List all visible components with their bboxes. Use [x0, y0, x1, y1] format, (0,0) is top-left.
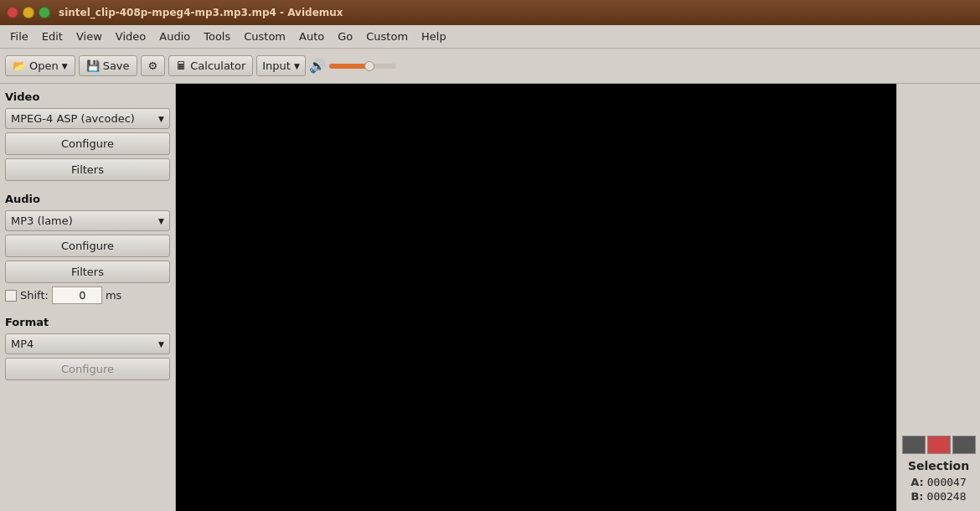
audio-configure-button[interactable]: Configure	[5, 235, 170, 257]
menu-audio[interactable]: Audio	[152, 28, 197, 45]
calculator-icon: 🖩	[176, 59, 187, 72]
menu-tools[interactable]: Tools	[197, 28, 237, 45]
format-chevron-icon: ▼	[158, 340, 164, 348]
selection-a-label: A:	[910, 476, 924, 488]
audio-codec-dropdown[interactable]: MP3 (lame) ▼	[5, 210, 170, 231]
shift-unit: ms	[106, 289, 121, 302]
video-codec-chevron-icon: ▼	[158, 115, 164, 123]
selection-b-label: B:	[910, 490, 923, 503]
input-chevron-icon: ▼	[294, 62, 300, 70]
thumb-1	[902, 436, 926, 454]
video-filters-button[interactable]: Filters	[5, 158, 170, 181]
menu-custom2[interactable]: Custom	[359, 28, 415, 45]
audio-filters-button[interactable]: Filters	[5, 261, 170, 283]
menu-edit[interactable]: Edit	[35, 28, 70, 45]
format-configure-button[interactable]: Configure	[5, 358, 170, 380]
titlebar: sintel_clip-408p-mpeg4-mp3.mp3.mp4 - Avi…	[0, 0, 980, 25]
video-codec-value: MPEG-4 ASP (avcodec)	[11, 112, 135, 125]
open-dropdown-icon[interactable]: ▼	[62, 62, 68, 70]
video-configure-button[interactable]: Configure	[5, 132, 170, 155]
menu-view[interactable]: View	[70, 28, 109, 45]
main-layout: Video MPEG-4 ASP (avcodec) ▼ Configure F…	[0, 84, 980, 511]
selection-title: Selection	[908, 459, 969, 472]
toolbar: 📂 Open ▼ 💾 Save ⚙ 🖩 Calculator Input ▼ 🔊	[0, 49, 980, 84]
selection-b-row: B: 000248	[910, 490, 966, 503]
calculator-button[interactable]: 🖩 Calculator	[168, 55, 253, 76]
open-button[interactable]: 📂 Open ▼	[5, 55, 75, 76]
input-label: Input	[262, 59, 291, 72]
audio-codec-chevron-icon: ▼	[158, 217, 164, 225]
window-title: sintel_clip-408p-mpeg4-mp3.mp3.mp4 - Avi…	[59, 7, 343, 18]
open-icon: 📂	[13, 59, 26, 72]
audio-section-label: Audio	[5, 193, 170, 205]
gear-icon: ⚙	[148, 59, 158, 72]
video-codec-dropdown[interactable]: MPEG-4 ASP (avcodec) ▼	[5, 108, 170, 129]
shift-input[interactable]	[52, 286, 102, 304]
minimize-button[interactable]	[23, 7, 34, 18]
format-section-label: Format	[5, 316, 170, 328]
video-section-label: Video	[5, 90, 170, 103]
menu-file[interactable]: File	[3, 28, 35, 45]
save-button[interactable]: 💾 Save	[79, 55, 137, 76]
menu-help[interactable]: Help	[415, 28, 453, 45]
menu-auto[interactable]: Auto	[292, 28, 331, 45]
left-panel: Video MPEG-4 ASP (avcodec) ▼ Configure F…	[0, 84, 176, 511]
save-label: Save	[103, 59, 130, 72]
menu-custom[interactable]: Custom	[237, 28, 292, 45]
selection-thumbnails	[902, 436, 976, 454]
shift-checkbox[interactable]	[5, 290, 17, 302]
selection-a-value: 000047	[927, 476, 967, 488]
selection-b-value: 000248	[927, 490, 967, 503]
maximize-button[interactable]	[39, 7, 50, 18]
format-dropdown[interactable]: MP4 ▼	[5, 333, 170, 354]
close-button[interactable]	[7, 7, 18, 18]
volume-icon: 🔊	[309, 58, 326, 74]
shift-label: Shift:	[20, 289, 49, 302]
save-icon: 💾	[86, 59, 100, 72]
open-label: Open	[29, 59, 59, 72]
format-value: MP4	[11, 338, 34, 350]
titlebar-buttons	[7, 7, 50, 18]
thumb-3	[952, 436, 976, 454]
right-panel: Selection A: 000047 B: 000248	[896, 84, 980, 511]
volume-handle[interactable]	[364, 61, 374, 71]
input-dropdown[interactable]: Input ▼	[256, 55, 306, 76]
audio-codec-value: MP3 (lame)	[11, 214, 73, 227]
selection-a-row: A: 000047	[910, 476, 966, 488]
menu-video[interactable]: Video	[109, 28, 152, 45]
thumb-2	[927, 436, 951, 454]
shift-row: Shift: ms	[5, 286, 170, 304]
video-area	[176, 84, 896, 511]
settings-button[interactable]: ⚙	[141, 55, 166, 76]
calculator-label: Calculator	[190, 59, 245, 72]
menubar: File Edit View Video Audio Tools Custom …	[0, 25, 980, 49]
video-frame	[176, 84, 896, 511]
menu-go[interactable]: Go	[331, 28, 359, 45]
volume-slider[interactable]	[329, 64, 396, 69]
